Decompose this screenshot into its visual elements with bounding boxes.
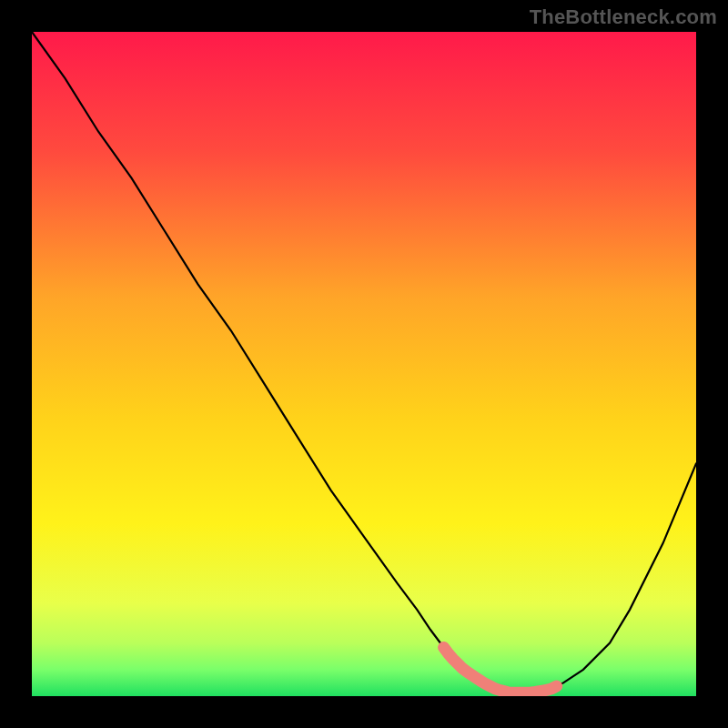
plot-area xyxy=(32,32,696,696)
attribution-label: TheBottleneck.com xyxy=(530,5,717,29)
bottleneck-chart xyxy=(32,32,696,696)
chart-frame: TheBottleneck.com xyxy=(0,0,728,728)
gradient-background xyxy=(32,32,696,696)
